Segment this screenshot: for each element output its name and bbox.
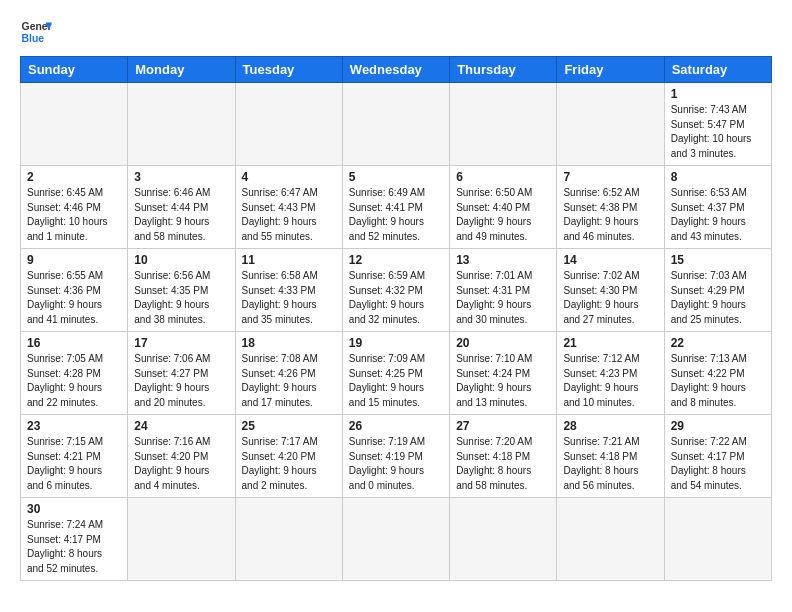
calendar-day-cell: 23Sunrise: 7:15 AM Sunset: 4:21 PM Dayli… — [21, 415, 128, 498]
day-info: Sunrise: 6:56 AM Sunset: 4:35 PM Dayligh… — [134, 269, 228, 327]
day-number: 5 — [349, 170, 443, 184]
day-info: Sunrise: 6:45 AM Sunset: 4:46 PM Dayligh… — [27, 186, 121, 244]
calendar-day-cell: 30Sunrise: 7:24 AM Sunset: 4:17 PM Dayli… — [21, 498, 128, 581]
day-of-week-header: Wednesday — [342, 57, 449, 83]
day-number: 28 — [563, 419, 657, 433]
calendar-day-cell: 2Sunrise: 6:45 AM Sunset: 4:46 PM Daylig… — [21, 166, 128, 249]
calendar-day-cell: 21Sunrise: 7:12 AM Sunset: 4:23 PM Dayli… — [557, 332, 664, 415]
day-number: 26 — [349, 419, 443, 433]
calendar-day-cell: 8Sunrise: 6:53 AM Sunset: 4:37 PM Daylig… — [664, 166, 771, 249]
calendar-day-cell — [21, 83, 128, 166]
calendar-day-cell: 12Sunrise: 6:59 AM Sunset: 4:32 PM Dayli… — [342, 249, 449, 332]
calendar-day-cell: 20Sunrise: 7:10 AM Sunset: 4:24 PM Dayli… — [450, 332, 557, 415]
day-info: Sunrise: 7:16 AM Sunset: 4:20 PM Dayligh… — [134, 435, 228, 493]
day-number: 23 — [27, 419, 121, 433]
calendar-week-row: 1Sunrise: 7:43 AM Sunset: 5:47 PM Daylig… — [21, 83, 772, 166]
calendar-week-row: 30Sunrise: 7:24 AM Sunset: 4:17 PM Dayli… — [21, 498, 772, 581]
header: General Blue — [20, 16, 772, 48]
calendar-day-cell — [342, 498, 449, 581]
calendar-day-cell — [128, 498, 235, 581]
day-info: Sunrise: 7:03 AM Sunset: 4:29 PM Dayligh… — [671, 269, 765, 327]
day-number: 22 — [671, 336, 765, 350]
day-info: Sunrise: 6:53 AM Sunset: 4:37 PM Dayligh… — [671, 186, 765, 244]
day-number: 18 — [242, 336, 336, 350]
calendar-day-cell: 16Sunrise: 7:05 AM Sunset: 4:28 PM Dayli… — [21, 332, 128, 415]
calendar-day-cell: 27Sunrise: 7:20 AM Sunset: 4:18 PM Dayli… — [450, 415, 557, 498]
day-info: Sunrise: 6:50 AM Sunset: 4:40 PM Dayligh… — [456, 186, 550, 244]
calendar-day-cell — [664, 498, 771, 581]
calendar-day-cell: 10Sunrise: 6:56 AM Sunset: 4:35 PM Dayli… — [128, 249, 235, 332]
calendar-day-cell: 13Sunrise: 7:01 AM Sunset: 4:31 PM Dayli… — [450, 249, 557, 332]
day-info: Sunrise: 6:46 AM Sunset: 4:44 PM Dayligh… — [134, 186, 228, 244]
calendar-day-cell: 14Sunrise: 7:02 AM Sunset: 4:30 PM Dayli… — [557, 249, 664, 332]
calendar-day-cell: 6Sunrise: 6:50 AM Sunset: 4:40 PM Daylig… — [450, 166, 557, 249]
day-of-week-header: Friday — [557, 57, 664, 83]
day-info: Sunrise: 6:55 AM Sunset: 4:36 PM Dayligh… — [27, 269, 121, 327]
calendar-day-cell — [235, 83, 342, 166]
day-number: 30 — [27, 502, 121, 516]
day-info: Sunrise: 6:59 AM Sunset: 4:32 PM Dayligh… — [349, 269, 443, 327]
day-info: Sunrise: 7:08 AM Sunset: 4:26 PM Dayligh… — [242, 352, 336, 410]
calendar-day-cell: 28Sunrise: 7:21 AM Sunset: 4:18 PM Dayli… — [557, 415, 664, 498]
calendar-day-cell: 5Sunrise: 6:49 AM Sunset: 4:41 PM Daylig… — [342, 166, 449, 249]
day-info: Sunrise: 7:22 AM Sunset: 4:17 PM Dayligh… — [671, 435, 765, 493]
calendar-week-row: 23Sunrise: 7:15 AM Sunset: 4:21 PM Dayli… — [21, 415, 772, 498]
day-of-week-header: Sunday — [21, 57, 128, 83]
day-number: 25 — [242, 419, 336, 433]
day-info: Sunrise: 6:49 AM Sunset: 4:41 PM Dayligh… — [349, 186, 443, 244]
calendar-day-cell — [342, 83, 449, 166]
day-number: 1 — [671, 87, 765, 101]
day-of-week-header: Saturday — [664, 57, 771, 83]
calendar-day-cell: 7Sunrise: 6:52 AM Sunset: 4:38 PM Daylig… — [557, 166, 664, 249]
day-info: Sunrise: 7:12 AM Sunset: 4:23 PM Dayligh… — [563, 352, 657, 410]
day-of-week-header: Thursday — [450, 57, 557, 83]
calendar-day-cell: 29Sunrise: 7:22 AM Sunset: 4:17 PM Dayli… — [664, 415, 771, 498]
day-number: 3 — [134, 170, 228, 184]
day-number: 16 — [27, 336, 121, 350]
day-info: Sunrise: 7:09 AM Sunset: 4:25 PM Dayligh… — [349, 352, 443, 410]
day-number: 29 — [671, 419, 765, 433]
day-info: Sunrise: 6:58 AM Sunset: 4:33 PM Dayligh… — [242, 269, 336, 327]
day-info: Sunrise: 7:24 AM Sunset: 4:17 PM Dayligh… — [27, 518, 121, 576]
day-number: 21 — [563, 336, 657, 350]
page: General Blue SundayMondayTuesdayWednesda… — [0, 0, 792, 597]
calendar-day-cell: 26Sunrise: 7:19 AM Sunset: 4:19 PM Dayli… — [342, 415, 449, 498]
day-number: 27 — [456, 419, 550, 433]
calendar-week-row: 9Sunrise: 6:55 AM Sunset: 4:36 PM Daylig… — [21, 249, 772, 332]
day-number: 6 — [456, 170, 550, 184]
calendar-day-cell: 9Sunrise: 6:55 AM Sunset: 4:36 PM Daylig… — [21, 249, 128, 332]
calendar-day-cell: 1Sunrise: 7:43 AM Sunset: 5:47 PM Daylig… — [664, 83, 771, 166]
day-info: Sunrise: 7:21 AM Sunset: 4:18 PM Dayligh… — [563, 435, 657, 493]
day-info: Sunrise: 7:15 AM Sunset: 4:21 PM Dayligh… — [27, 435, 121, 493]
svg-text:Blue: Blue — [22, 33, 45, 44]
day-number: 13 — [456, 253, 550, 267]
day-info: Sunrise: 6:47 AM Sunset: 4:43 PM Dayligh… — [242, 186, 336, 244]
day-info: Sunrise: 7:43 AM Sunset: 5:47 PM Dayligh… — [671, 103, 765, 161]
day-number: 17 — [134, 336, 228, 350]
day-info: Sunrise: 7:20 AM Sunset: 4:18 PM Dayligh… — [456, 435, 550, 493]
calendar-day-cell — [450, 83, 557, 166]
day-number: 9 — [27, 253, 121, 267]
day-number: 20 — [456, 336, 550, 350]
day-number: 24 — [134, 419, 228, 433]
day-info: Sunrise: 7:13 AM Sunset: 4:22 PM Dayligh… — [671, 352, 765, 410]
calendar-day-cell — [235, 498, 342, 581]
calendar-day-cell: 24Sunrise: 7:16 AM Sunset: 4:20 PM Dayli… — [128, 415, 235, 498]
day-info: Sunrise: 7:17 AM Sunset: 4:20 PM Dayligh… — [242, 435, 336, 493]
calendar-week-row: 16Sunrise: 7:05 AM Sunset: 4:28 PM Dayli… — [21, 332, 772, 415]
calendar-day-cell: 18Sunrise: 7:08 AM Sunset: 4:26 PM Dayli… — [235, 332, 342, 415]
calendar-day-cell — [450, 498, 557, 581]
day-number: 11 — [242, 253, 336, 267]
day-of-week-header: Tuesday — [235, 57, 342, 83]
day-number: 10 — [134, 253, 228, 267]
day-info: Sunrise: 7:06 AM Sunset: 4:27 PM Dayligh… — [134, 352, 228, 410]
day-info: Sunrise: 7:02 AM Sunset: 4:30 PM Dayligh… — [563, 269, 657, 327]
day-of-week-header: Monday — [128, 57, 235, 83]
calendar-day-cell: 15Sunrise: 7:03 AM Sunset: 4:29 PM Dayli… — [664, 249, 771, 332]
day-info: Sunrise: 7:01 AM Sunset: 4:31 PM Dayligh… — [456, 269, 550, 327]
calendar-table: SundayMondayTuesdayWednesdayThursdayFrid… — [20, 56, 772, 581]
calendar-week-row: 2Sunrise: 6:45 AM Sunset: 4:46 PM Daylig… — [21, 166, 772, 249]
calendar-day-cell: 4Sunrise: 6:47 AM Sunset: 4:43 PM Daylig… — [235, 166, 342, 249]
day-info: Sunrise: 6:52 AM Sunset: 4:38 PM Dayligh… — [563, 186, 657, 244]
calendar-day-cell: 17Sunrise: 7:06 AM Sunset: 4:27 PM Dayli… — [128, 332, 235, 415]
